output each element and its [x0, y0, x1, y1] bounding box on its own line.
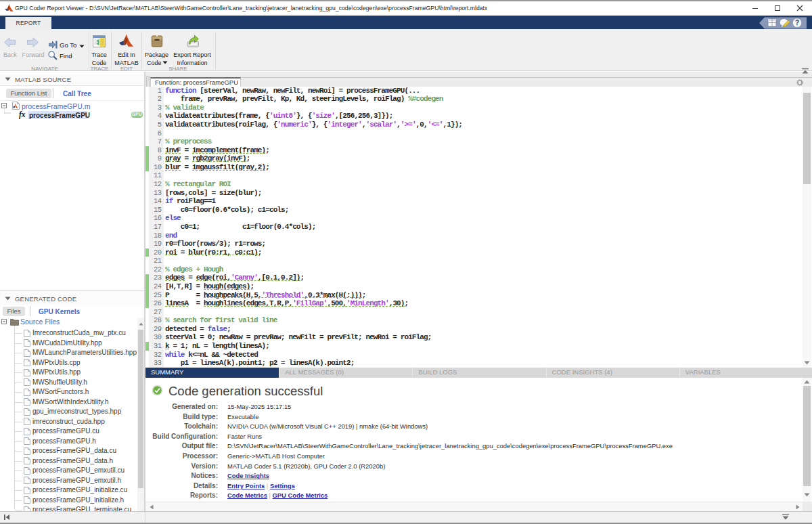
svg-text:?: ?	[795, 19, 799, 26]
